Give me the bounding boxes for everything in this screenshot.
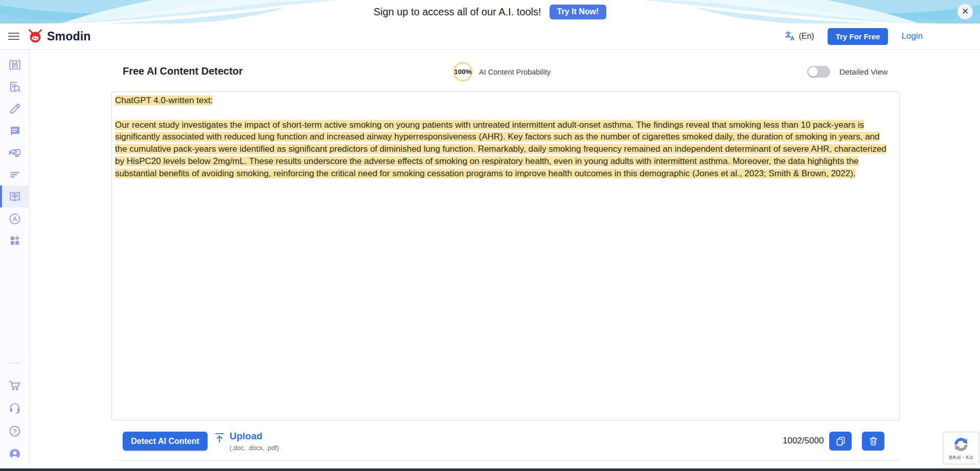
- editor-heading-line: ChatGPT 4.0-written text:: [115, 96, 213, 105]
- upload-control[interactable]: Upload (.doc, .docx, .pdf): [214, 431, 279, 452]
- app-header: Smodin 文 A (En) Try For Free Login: [0, 23, 980, 50]
- account-icon: [8, 448, 21, 461]
- sidebar-item-summarizer[interactable]: [0, 163, 30, 185]
- sidebar: A: [0, 50, 30, 468]
- ai-probability: 100% AI Content Probability: [453, 62, 551, 82]
- sidebar-item-ai-detector[interactable]: [0, 185, 30, 207]
- paraphraser-icon: [8, 58, 21, 72]
- recaptcha-badge[interactable]: 隐私权 - 条款: [944, 432, 978, 464]
- smodin-logo[interactable]: Smodin: [28, 29, 91, 43]
- copy-icon: [835, 436, 846, 446]
- sidebar-item-support[interactable]: [0, 396, 30, 419]
- toggle-knob: [808, 67, 818, 77]
- banner-message: Sign up to access all of our A.I. tools!: [374, 6, 541, 18]
- editor-body-text: Our recent study investigates the impact…: [115, 120, 886, 178]
- recaptcha-icon: [952, 436, 970, 453]
- detailed-view-label: Detailed View: [839, 67, 888, 77]
- probability-label: AI Content Probability: [479, 68, 551, 76]
- ai-detector-icon: [8, 190, 21, 203]
- language-selector[interactable]: 文 A (En): [785, 31, 814, 42]
- more-tools-icon: [8, 234, 21, 247]
- ai-writer-icon: A: [8, 212, 21, 225]
- bottom-strip: [0, 468, 980, 471]
- language-label: (En): [799, 32, 814, 41]
- login-link[interactable]: Login: [901, 31, 923, 41]
- recaptcha-privacy-terms: 隐私权 - 条款: [949, 455, 973, 460]
- svg-text:A: A: [13, 216, 17, 223]
- robot-logo-icon: [28, 29, 43, 43]
- sidebar-item-cart[interactable]: [0, 373, 30, 396]
- detailed-view-control: Detailed View: [807, 66, 888, 78]
- trash-icon: [868, 436, 879, 446]
- sidebar-item-help[interactable]: ?: [0, 419, 30, 442]
- sidebar-item-homework-solver[interactable]: [0, 142, 30, 163]
- footer-divider: [111, 460, 900, 461]
- summarizer-icon: [8, 168, 21, 181]
- page: Sign up to access all of our A.I. tools!…: [0, 0, 980, 471]
- upload-label: Upload: [230, 431, 279, 442]
- try-it-now-button[interactable]: Try It Now!: [550, 5, 607, 19]
- sidebar-item-ai-writer[interactable]: A: [0, 207, 30, 229]
- plagiarism-checker-icon: [8, 80, 21, 93]
- copy-button[interactable]: [829, 432, 852, 451]
- chat-icon: [8, 124, 21, 137]
- headset-icon: [8, 402, 21, 415]
- sidebar-item-more-tools[interactable]: [0, 229, 30, 251]
- promo-banner: Sign up to access all of our A.I. tools!…: [0, 0, 980, 23]
- sidebar-item-account[interactable]: [0, 442, 30, 465]
- detect-ai-content-button[interactable]: Detect AI Content: [123, 432, 208, 451]
- character-counter: 1002/5000: [783, 436, 818, 446]
- sidebar-item-paraphraser[interactable]: [0, 54, 30, 76]
- sidebar-item-plagiarism-checker[interactable]: [0, 76, 30, 98]
- banner-wave-decoration: [0, 0, 337, 23]
- upload-icon: [214, 432, 225, 444]
- detailed-view-toggle[interactable]: [807, 66, 830, 78]
- sidebar-divider: [8, 363, 21, 363]
- page-title: Free AI Content Detector: [123, 65, 243, 77]
- rewriter-icon: [8, 102, 21, 115]
- try-for-free-button[interactable]: Try For Free: [828, 28, 888, 45]
- translate-icon: 文 A: [785, 31, 796, 42]
- svg-text:?: ?: [13, 427, 17, 435]
- sidebar-item-chat[interactable]: [0, 120, 30, 142]
- banner-close-icon[interactable]: ✕: [958, 4, 973, 19]
- help-icon: ?: [8, 425, 21, 438]
- probability-badge: 100%: [453, 62, 473, 82]
- svg-text:A: A: [791, 35, 795, 41]
- upload-hint: (.doc, .docx, .pdf): [230, 444, 279, 452]
- delete-button[interactable]: [862, 432, 884, 451]
- banner-wave-decoration: [643, 0, 980, 23]
- text-editor[interactable]: ChatGPT 4.0-written text: Our recent stu…: [111, 91, 900, 420]
- sidebar-item-rewriter[interactable]: [0, 98, 30, 120]
- cart-icon: [8, 379, 21, 392]
- menu-icon[interactable]: [8, 33, 19, 40]
- brand-name: Smodin: [47, 30, 91, 43]
- homework-solver-icon: [8, 146, 21, 159]
